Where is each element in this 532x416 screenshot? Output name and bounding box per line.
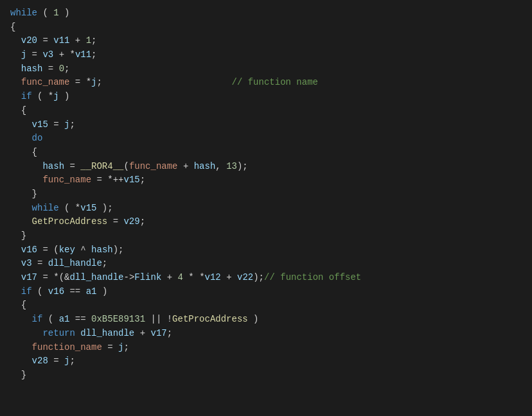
- func-getprocaddr: GetProcAddress: [32, 215, 108, 229]
- punc-5: (: [59, 202, 75, 216]
- indent-24: [10, 354, 32, 368]
- indent-20: [10, 299, 21, 313]
- var-j3: j: [53, 90, 58, 104]
- var-v11b: v11: [75, 48, 91, 62]
- brace-close-3: }: [21, 368, 26, 383]
- var-func-name: func_name: [21, 76, 70, 90]
- op-or: ||: [145, 313, 167, 327]
- op-plus-5: +: [221, 271, 237, 285]
- var-hash4: hash: [91, 243, 113, 257]
- op-10: =: [32, 257, 48, 271]
- indent-15: [10, 229, 21, 243]
- semi-1: ;: [91, 34, 96, 48]
- deref-2: *: [86, 76, 91, 90]
- var-v3: v3: [42, 48, 53, 62]
- punc-3: (: [32, 90, 48, 104]
- code-line-11: {: [10, 146, 522, 160]
- semi-8: ;: [102, 257, 107, 271]
- indent-22: [10, 327, 42, 341]
- code-line-21: if ( v16 == a1 ): [10, 285, 522, 299]
- op-12: =: [102, 341, 118, 355]
- semi-2: ;: [91, 48, 96, 62]
- deref-6: *(: [53, 271, 64, 285]
- deref-5: *: [75, 202, 80, 216]
- var-func-name2: func_name: [129, 160, 178, 174]
- semi-6: ;: [140, 173, 145, 187]
- deref-4: *++: [107, 173, 123, 187]
- code-line-6: func_name = * j ; // function name: [10, 76, 522, 90]
- code-line-8: {: [10, 104, 522, 118]
- keyword-if-2: if: [21, 285, 32, 299]
- code-line-14: }: [10, 187, 522, 202]
- var-v17b: v17: [150, 327, 166, 341]
- op-11: =: [37, 271, 53, 285]
- op-1: =: [37, 34, 53, 48]
- indent-19: [10, 285, 21, 299]
- code-line-1: while ( 1 ): [10, 6, 522, 21]
- keyword-do: do: [32, 132, 43, 146]
- brace-close-1: }: [32, 187, 37, 202]
- indent-3: [10, 62, 21, 76]
- punc-1: (: [37, 6, 53, 21]
- indent-8: [10, 132, 32, 146]
- indent-7: [10, 118, 32, 132]
- brace-open-3: {: [32, 146, 37, 160]
- comment-func-offset: // function offset: [264, 271, 361, 285]
- code-line-18: v16 = ( key ^ hash );: [10, 243, 522, 257]
- indent-11: [10, 173, 42, 187]
- op-6: =: [64, 160, 80, 174]
- var-v11: v11: [53, 34, 69, 48]
- var-v20: v20: [21, 34, 37, 48]
- semi-5: ;: [69, 118, 75, 132]
- num-4: 4: [178, 271, 183, 285]
- brace-open-1: {: [10, 21, 15, 35]
- code-line-4: j = v3 + * v11 ;: [10, 48, 522, 62]
- num-1: 1: [86, 34, 91, 48]
- paren-5: );: [253, 271, 264, 285]
- code-line-22: {: [10, 299, 522, 313]
- var-v12: v12: [205, 271, 221, 285]
- var-v16b: v16: [48, 285, 64, 299]
- punc-8: ): [96, 285, 107, 299]
- code-line-10: do: [10, 132, 522, 146]
- indent-10: [10, 160, 42, 174]
- indent-23: [10, 341, 32, 355]
- code-line-17: }: [10, 229, 522, 243]
- indent-25: [10, 368, 21, 383]
- var-v22: v22: [237, 271, 253, 285]
- comment-func-name: // function name: [232, 76, 318, 90]
- code-line-16: GetProcAddress = v29 ;: [10, 215, 522, 229]
- op-eq2: ==: [69, 313, 91, 327]
- punc-4: ): [59, 90, 70, 104]
- var-v3b: v3: [21, 257, 32, 271]
- op-9: =: [37, 243, 53, 257]
- code-line-2: {: [10, 21, 522, 35]
- code-line-13: func_name = *++ v15 ;: [10, 173, 522, 187]
- var-a1: a1: [86, 285, 97, 299]
- var-v15b: v15: [123, 173, 139, 187]
- var-v15: v15: [32, 118, 48, 132]
- paren-3: (: [53, 243, 58, 257]
- code-line-25: function_name = j ;: [10, 341, 522, 355]
- paren-4: );: [113, 243, 124, 257]
- code-line-24: return dll_handle + v17 ;: [10, 327, 522, 341]
- var-function-name: function_name: [32, 341, 102, 355]
- var-dll-handle2: dll_handle: [69, 271, 123, 285]
- code-line-20: v17 = *( & dll_handle -> Flink + 4 * * v…: [10, 271, 522, 285]
- func-ror4: __ROR4__: [80, 160, 123, 174]
- semi-10: ;: [123, 341, 129, 355]
- punc-6: );: [96, 202, 112, 216]
- keyword-if-3: if: [32, 313, 43, 327]
- code-line-27: }: [10, 368, 522, 383]
- var-dll-handle: dll_handle: [48, 257, 102, 271]
- var-dll-handle3: dll_handle: [80, 327, 134, 341]
- var-hash3: hash: [194, 160, 216, 174]
- var-v28: v28: [32, 354, 48, 368]
- var-j: j: [21, 48, 26, 62]
- op-7: =: [91, 173, 107, 187]
- num-hex: 0xB5E89131: [91, 313, 145, 327]
- var-j5: j: [118, 341, 123, 355]
- var-v29: v29: [123, 215, 139, 229]
- var-v16: v16: [21, 243, 37, 257]
- num-13: 13: [226, 160, 237, 174]
